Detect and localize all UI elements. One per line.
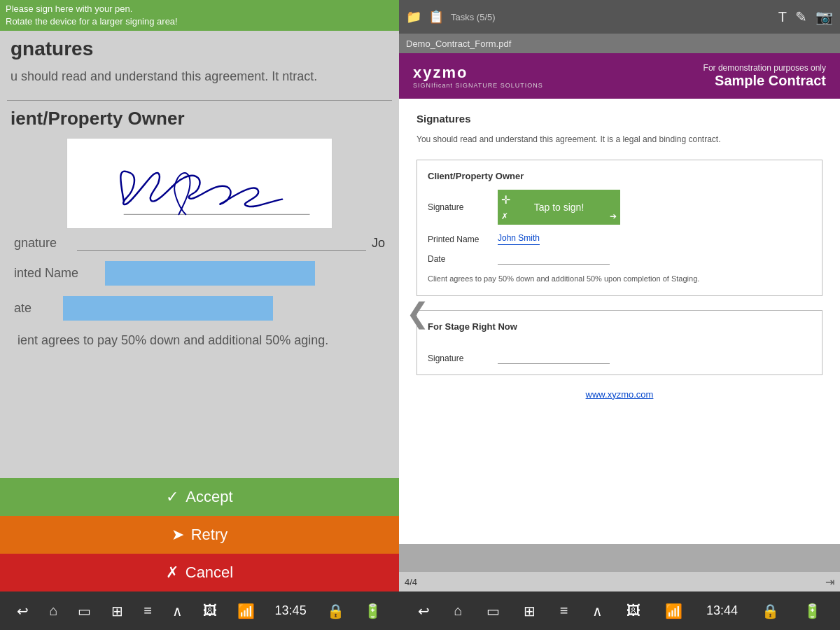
stage-sig-line: [498, 353, 610, 364]
filename-bar: Demo_Contract_Form.pdf: [399, 34, 840, 53]
owner-section-title: Client/Property Owner: [428, 171, 811, 181]
scroll-right-icon[interactable]: ⇥: [825, 575, 834, 589]
signature-row: Signature Tap to sign! ➔: [428, 190, 811, 225]
accept-button[interactable]: ✓ Accept: [0, 478, 399, 516]
demo-text: For demonstration purposes only: [704, 63, 826, 73]
xyzmo-logo-main: xyzmo: [413, 64, 543, 82]
filename-text: Demo_Contract_Form.pdf: [406, 38, 511, 49]
stage-sig-label: Signature: [428, 354, 498, 363]
xyzmo-logo-sub: SIGNIficant SIGNATURE SOLUTIONS: [413, 82, 543, 89]
home-icon[interactable]: ⌂: [49, 603, 57, 619]
stage-sig-row: Signature: [428, 353, 811, 364]
cancel-label: Cancel: [186, 564, 233, 582]
back-chevron[interactable]: ❮: [399, 290, 437, 336]
page-indicator-text: 4/4: [405, 577, 417, 587]
right-qr-icon[interactable]: ⊞: [524, 603, 536, 620]
sig-label: gnature: [14, 236, 70, 251]
recent-icon[interactable]: ▭: [78, 603, 91, 620]
right-content: xyzmo SIGNIficant SIGNATURE SOLUTIONS Fo…: [399, 53, 840, 572]
right-panel: 📁 📋 Tasks (5/5) T ✎ 📷 Demo_Contract_Form…: [399, 0, 840, 630]
left-panel: Please sign here with your pen. Rotate t…: [0, 0, 399, 630]
retry-button[interactable]: ➤ Retry: [0, 516, 399, 554]
printed-name-value: John Smith: [498, 233, 540, 245]
right-nav-bar: ↩ ⌂ ▭ ⊞ ≡ ∧ 🖼 📶 13:44 🔒 🔋: [399, 592, 840, 630]
signature-field-label: Signature: [428, 202, 498, 212]
right-battery-icon: 🔋: [804, 603, 821, 620]
menu-icon[interactable]: ≡: [144, 603, 152, 619]
battery-icon: 🔋: [364, 603, 382, 620]
camera-icon[interactable]: 📷: [816, 8, 833, 25]
arrow-right-icon: ➔: [610, 211, 617, 221]
signatures-heading: Signatures: [416, 113, 822, 125]
left-doc-content: gnatures u should read and understand th…: [0, 31, 399, 478]
xyzmo-logo: xyzmo SIGNIficant SIGNATURE SOLUTIONS: [413, 64, 543, 89]
agreement-bottom-text: ient agrees to pay 50% down and addition…: [7, 331, 392, 350]
agreement-note: Client agrees to pay 50% down and additi…: [428, 273, 811, 285]
document-icon[interactable]: 📋: [428, 9, 444, 24]
right-expand-icon[interactable]: ∧: [592, 603, 603, 620]
printed-name-label: inted Name: [14, 266, 98, 281]
right-top-bar: 📁 📋 Tasks (5/5) T ✎ 📷: [399, 0, 840, 34]
pen-icon[interactable]: ✎: [795, 8, 807, 25]
left-agreement-text: u should read and understand this agreem…: [7, 67, 392, 86]
left-time: 13:45: [275, 603, 307, 618]
sig-label-row: gnature Jo: [14, 236, 385, 251]
right-recent-icon[interactable]: ▭: [486, 603, 500, 620]
date-line: [498, 253, 610, 265]
sig-underline: [77, 237, 366, 251]
top-bar-left: 📁 📋 Tasks (5/5): [406, 9, 496, 24]
page-indicator-bar: 4/4 ⇥: [399, 572, 840, 592]
stage-section-box: For Stage Right Now Signature: [416, 310, 822, 375]
right-menu-icon[interactable]: ≡: [560, 603, 568, 619]
banner-line2: Rotate the device for a larger signing a…: [6, 15, 393, 28]
right-photo-icon: 🖼: [626, 603, 640, 619]
cancel-button[interactable]: ✗ Cancel: [0, 554, 399, 592]
xyzmo-link[interactable]: www.xyzmo.com: [416, 389, 822, 400]
date-row: ate: [14, 296, 385, 321]
date-field-label: Date: [428, 254, 498, 264]
qr-icon[interactable]: ⊞: [111, 603, 123, 620]
signing-banner: Please sign here with your pen. Rotate t…: [0, 0, 399, 31]
tap-to-sign-button[interactable]: Tap to sign! ➔: [498, 190, 620, 225]
doc-content: Signatures You should read and understan…: [399, 99, 840, 544]
cancel-icon: ✗: [166, 564, 178, 582]
bottom-buttons: ✓ Accept ➤ Retry ✗ Cancel: [0, 478, 399, 592]
right-lock-icon: 🔒: [762, 603, 779, 620]
right-home-icon[interactable]: ⌂: [454, 603, 463, 619]
xyzmo-right-text: For demonstration purposes only Sample C…: [704, 63, 826, 89]
jo-text: Jo: [372, 236, 385, 251]
date-label: ate: [14, 301, 56, 316]
lock-icon: 🔒: [327, 603, 344, 620]
printed-name-field-label: Printed Name: [428, 234, 498, 244]
photo-icon: 🖼: [203, 603, 217, 619]
left-divider: [7, 100, 392, 101]
right-back-icon[interactable]: ↩: [418, 603, 430, 620]
left-owner-title: ient/Property Owner: [10, 108, 392, 130]
signature-drawing-box: [66, 138, 332, 229]
retry-icon: ➤: [172, 526, 184, 544]
back-icon[interactable]: ↩: [17, 603, 29, 620]
stage-section-title: For Stage Right Now: [428, 321, 811, 332]
left-section-title: gnatures: [10, 38, 392, 60]
printed-name-input[interactable]: [105, 261, 315, 286]
printed-name-field: Printed Name John Smith: [428, 233, 811, 245]
date-field-row: Date: [428, 253, 811, 265]
folder-icon[interactable]: 📁: [406, 9, 421, 24]
tasks-badge: Tasks (5/5): [451, 12, 496, 22]
sample-contract-title: Sample Contract: [704, 73, 826, 89]
tap-to-sign-label: Tap to sign!: [534, 202, 584, 213]
left-nav-bar: ↩ ⌂ ▭ ⊞ ≡ ∧ 🖼 📶 13:45 🔒 🔋: [0, 592, 399, 630]
text-icon[interactable]: T: [778, 9, 787, 25]
date-input[interactable]: [63, 296, 273, 321]
expand-icon[interactable]: ∧: [172, 603, 183, 620]
wifi-icon: 📶: [237, 603, 255, 620]
printed-name-row: inted Name: [14, 261, 385, 286]
right-time: 13:44: [706, 603, 738, 618]
right-wifi-icon: 📶: [665, 603, 682, 620]
accept-label: Accept: [186, 488, 232, 506]
client-section-box: Client/Property Owner Signature Tap to s…: [416, 160, 822, 296]
right-content-wrapper: xyzmo SIGNIficant SIGNATURE SOLUTIONS Fo…: [399, 53, 840, 592]
left-owner-section: ient/Property Owner: [7, 108, 392, 350]
retry-label: Retry: [191, 526, 228, 544]
xyzmo-header: xyzmo SIGNIficant SIGNATURE SOLUTIONS Fo…: [399, 53, 840, 99]
